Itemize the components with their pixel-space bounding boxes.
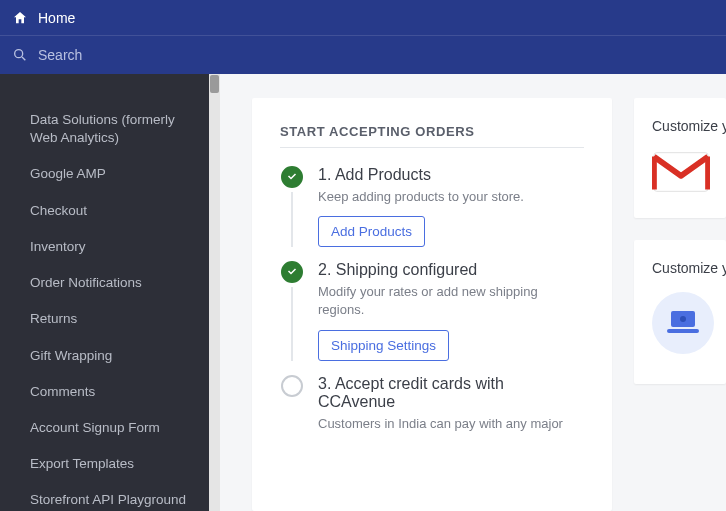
step-title: 1. Add Products (318, 166, 584, 184)
gmail-icon (652, 150, 726, 198)
step-desc: Keep adding products to your store. (318, 188, 584, 206)
search-icon (12, 47, 28, 63)
shipping-settings-button[interactable]: Shipping Settings (318, 330, 449, 361)
sidebar-item-account-signup-form[interactable]: Account Signup Form (0, 410, 213, 446)
sidebar-nav: Data Solutions (formerly Web Analytics) … (0, 74, 213, 511)
home-icon (12, 10, 28, 26)
svg-rect-5 (667, 329, 699, 333)
step-status-pending-icon (281, 375, 303, 397)
home-label: Home (38, 10, 75, 26)
home-link[interactable]: Home (0, 0, 726, 36)
svg-rect-2 (654, 153, 708, 192)
sidebar-item-storefront-api-playground[interactable]: Storefront API Playground (0, 482, 213, 511)
add-products-button[interactable]: Add Products (318, 216, 425, 247)
promo-card-laptop[interactable]: Customize y (634, 240, 726, 384)
svg-line-1 (22, 57, 25, 60)
svg-point-4 (680, 316, 686, 322)
step-status-done-icon (281, 261, 303, 283)
svg-point-0 (15, 50, 23, 58)
step-title: 3. Accept credit cards with CCAvenue (318, 375, 584, 411)
step-connector (291, 192, 293, 247)
step-desc: Customers in India can pay with any majo… (318, 415, 584, 433)
onboarding-step-1: 1. Add Products Keep adding products to … (280, 166, 584, 247)
section-title: START ACCEPTING ORDERS (280, 124, 584, 139)
sidebar-item-inventory[interactable]: Inventory (0, 229, 213, 265)
promo-title: Customize y (652, 260, 726, 276)
sidebar-item-label: Storefront API Playground (30, 492, 186, 507)
step-connector (291, 287, 293, 360)
scrollbar-thumb[interactable] (210, 75, 219, 93)
sidebar-item-data-solutions[interactable]: Data Solutions (formerly Web Analytics) (0, 102, 213, 156)
sidebar-item-export-templates[interactable]: Export Templates (0, 446, 213, 482)
sidebar-item-gift-wrapping[interactable]: Gift Wrapping (0, 338, 213, 374)
divider (280, 147, 584, 148)
promo-card-gmail[interactable]: Customize y (634, 98, 726, 218)
sidebar-scrollbar[interactable] (209, 74, 220, 511)
step-status-done-icon (281, 166, 303, 188)
sidebar-item-comments[interactable]: Comments (0, 374, 213, 410)
onboarding-card: START ACCEPTING ORDERS 1. Add Products K… (252, 98, 612, 511)
promo-title: Customize y (652, 118, 726, 134)
onboarding-step-2: 2. Shipping configured Modify your rates… (280, 261, 584, 360)
sidebar-item-returns[interactable]: Returns (0, 301, 213, 337)
sidebar-item-checkout[interactable]: Checkout (0, 193, 213, 229)
step-desc: Modify your rates or add new shipping re… (318, 283, 584, 319)
sidebar-item-order-notifications[interactable]: Order Notifications (0, 265, 213, 301)
onboarding-step-3: 3. Accept credit cards with CCAvenue Cus… (280, 375, 584, 443)
laptop-icon (652, 292, 714, 354)
sidebar-item-google-amp[interactable]: Google AMP (0, 156, 213, 192)
step-title: 2. Shipping configured (318, 261, 584, 279)
search-bar[interactable] (0, 36, 726, 74)
search-input[interactable] (38, 47, 714, 63)
